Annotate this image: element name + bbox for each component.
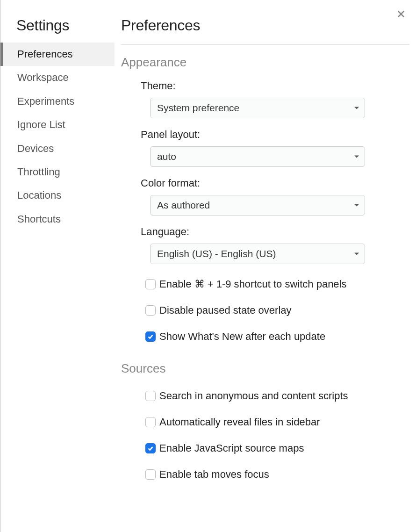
language-select[interactable]: English (US) - English (US)	[150, 244, 365, 264]
field-panel-layout: Panel layout: auto	[141, 129, 409, 167]
close-icon	[397, 10, 405, 18]
page-title: Preferences	[121, 17, 409, 45]
checkbox-whatsnew[interactable]	[145, 331, 156, 342]
sidebar-title: Settings	[0, 17, 115, 43]
checkbox-tab-label: Enable tab moves focus	[159, 468, 269, 481]
color-format-select-value: As authored	[157, 200, 210, 210]
sidebar-item-throttling[interactable]: Throttling	[0, 160, 115, 184]
color-format-select[interactable]: As authored	[150, 195, 365, 216]
settings-content: Preferences Appearance Theme: System pre…	[115, 0, 416, 532]
panel-layout-label: Panel layout:	[141, 129, 409, 141]
panel-layout-select-value: auto	[157, 151, 176, 162]
field-color-format: Color format: As authored	[141, 177, 409, 216]
sidebar-item-devices[interactable]: Devices	[0, 137, 115, 160]
checkbox-row-whatsnew: Show What's New after each update	[145, 331, 409, 343]
caret-down-icon	[354, 204, 359, 207]
caret-down-icon	[354, 253, 359, 255]
settings-layout: Settings Preferences Workspace Experimen…	[0, 0, 416, 532]
theme-label: Theme:	[141, 80, 409, 92]
section-heading-appearance: Appearance	[121, 55, 409, 70]
checkbox-row-search: Search in anonymous and content scripts	[145, 390, 409, 402]
checkbox-search[interactable]	[145, 391, 156, 401]
checkbox-search-label: Search in anonymous and content scripts	[159, 390, 348, 402]
checkbox-maps[interactable]	[145, 443, 156, 453]
checkbox-row-overlay: Disable paused state overlay	[145, 304, 409, 316]
checkbox-maps-label: Enable JavaScript source maps	[159, 442, 304, 454]
checkbox-shortcut-label: Enable ⌘ + 1-9 shortcut to switch panels	[159, 278, 347, 290]
field-language: Language: English (US) - English (US)	[141, 226, 409, 264]
color-format-label: Color format:	[141, 177, 409, 189]
theme-select[interactable]: System preference	[150, 98, 365, 118]
checkbox-row-maps: Enable JavaScript source maps	[145, 442, 409, 454]
check-icon	[147, 445, 154, 452]
checkbox-shortcut[interactable]	[145, 279, 156, 289]
sidebar-item-workspace[interactable]: Workspace	[0, 66, 115, 89]
checkbox-whatsnew-label: Show What's New after each update	[159, 331, 325, 343]
sidebar-item-locations[interactable]: Locations	[0, 184, 115, 207]
checkbox-row-tab: Enable tab moves focus	[145, 468, 409, 481]
theme-select-value: System preference	[157, 102, 239, 113]
check-icon	[147, 333, 154, 340]
checkbox-row-shortcut: Enable ⌘ + 1-9 shortcut to switch panels	[145, 278, 409, 290]
close-button[interactable]	[395, 8, 407, 20]
panel-layout-select[interactable]: auto	[150, 146, 365, 167]
sidebar-item-shortcuts[interactable]: Shortcuts	[0, 208, 115, 231]
checkbox-overlay-label: Disable paused state overlay	[159, 304, 292, 316]
checkbox-overlay[interactable]	[145, 305, 156, 316]
section-heading-sources: Sources	[121, 361, 409, 376]
field-theme: Theme: System preference	[141, 80, 409, 118]
checkbox-reveal-label: Automatically reveal files in sidebar	[159, 416, 320, 428]
language-label: Language:	[141, 226, 409, 238]
settings-sidebar: Settings Preferences Workspace Experimen…	[0, 0, 115, 532]
caret-down-icon	[354, 156, 359, 158]
checkbox-row-reveal: Automatically reveal files in sidebar	[145, 416, 409, 428]
checkbox-reveal[interactable]	[145, 417, 156, 427]
checkbox-tab[interactable]	[145, 469, 156, 480]
sidebar-item-preferences[interactable]: Preferences	[0, 43, 115, 66]
language-select-value: English (US) - English (US)	[157, 248, 276, 259]
sidebar-item-experiments[interactable]: Experiments	[0, 90, 115, 113]
caret-down-icon	[354, 107, 359, 109]
sidebar-item-ignore-list[interactable]: Ignore List	[0, 113, 115, 137]
